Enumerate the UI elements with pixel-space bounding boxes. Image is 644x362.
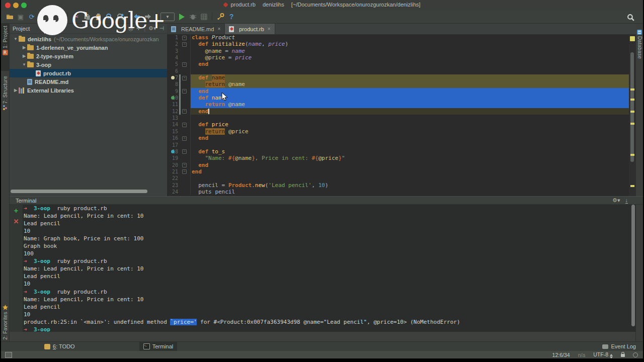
chevron-right-icon[interactable]: ▶ bbox=[21, 45, 27, 50]
panel-settings-gear-icon[interactable]: ⚙▾ bbox=[148, 25, 156, 32]
editor-line-8[interactable]: 8 return @name bbox=[167, 81, 636, 87]
tree-item-product-rb[interactable]: product.rb bbox=[10, 69, 167, 77]
fold-icon[interactable]: − bbox=[182, 149, 187, 154]
copy-icon[interactable] bbox=[82, 12, 92, 22]
gutter-line-22[interactable]: 22 bbox=[167, 175, 191, 182]
vcs-branch[interactable]: n/a bbox=[578, 352, 586, 358]
debug-icon[interactable] bbox=[188, 12, 198, 22]
editor-line-21[interactable]: 21−end bbox=[167, 168, 636, 175]
fold-icon[interactable]: − bbox=[182, 89, 187, 94]
gutter-line-21[interactable]: 21− bbox=[167, 168, 191, 175]
gutter-line-16[interactable]: 16− bbox=[167, 135, 191, 141]
code-area[interactable]: 1−class Product2− def initialize(name, p… bbox=[167, 34, 636, 195]
error-stripe[interactable] bbox=[629, 34, 636, 196]
gutter-line-5[interactable]: 5− bbox=[167, 61, 191, 67]
chevron-down-icon[interactable]: ▼ bbox=[13, 37, 19, 41]
navigate-back-icon[interactable] bbox=[132, 12, 142, 22]
editor-line-7[interactable]: 7− def name bbox=[167, 74, 636, 81]
warning-stripe-mark[interactable] bbox=[630, 154, 634, 156]
help-icon[interactable]: ? bbox=[226, 12, 236, 22]
fold-icon[interactable]: − bbox=[182, 36, 187, 40]
editor-line-15[interactable]: 15 return @price bbox=[167, 128, 636, 135]
locate-file-icon[interactable]: ◎ bbox=[128, 25, 133, 32]
save-all-icon[interactable]: ▣ bbox=[16, 12, 26, 22]
tool-button-database[interactable]: Database bbox=[635, 28, 643, 82]
gutter-line-1[interactable]: 1− bbox=[167, 34, 191, 41]
gutter-line-14[interactable]: 14− bbox=[167, 121, 191, 128]
editor-line-16[interactable]: 16− end bbox=[167, 135, 636, 141]
tree-item-readme-md[interactable]: README.md bbox=[10, 77, 167, 86]
editor-line-10[interactable]: 10 def name bbox=[167, 95, 636, 101]
redo-icon[interactable]: ↷ bbox=[54, 12, 64, 22]
tool-button-terminal[interactable]: Terminal bbox=[139, 342, 178, 351]
fold-icon[interactable]: − bbox=[182, 109, 187, 114]
gutter-line-24[interactable]: 24 bbox=[167, 189, 191, 195]
fold-icon[interactable]: − bbox=[182, 123, 187, 127]
editor-line-18[interactable]: 18− def to_s bbox=[167, 148, 636, 155]
gutter-line-18[interactable]: 18− bbox=[167, 148, 191, 155]
editor-line-4[interactable]: 4 @price = price bbox=[167, 54, 636, 61]
gutter-line-8[interactable]: 8 bbox=[167, 81, 191, 87]
settings-wrench-icon[interactable] bbox=[215, 12, 225, 22]
chevron-right-icon[interactable]: ▶ bbox=[13, 88, 19, 93]
editor-line-19[interactable]: 19 "Name: #{@name}, Price in cent: #{@pr… bbox=[167, 155, 636, 161]
tree-item-external-libraries[interactable]: ▶External Libraries bbox=[10, 86, 167, 95]
cut-icon[interactable]: ✂ bbox=[71, 12, 81, 22]
collapse-all-icon[interactable]: ✛ bbox=[136, 25, 141, 32]
gutter-marker-icon[interactable] bbox=[171, 76, 175, 79]
search-everywhere-icon[interactable] bbox=[625, 12, 635, 22]
chevron-down-icon[interactable]: ▼ bbox=[21, 62, 27, 67]
hide-terminal-icon[interactable]: ↓ bbox=[625, 197, 628, 204]
gutter-line-20[interactable]: 20− bbox=[167, 162, 191, 168]
editor-line-23[interactable]: 23 pencil = Product.new('Lead pencil', 1… bbox=[167, 182, 636, 189]
navigate-forward-icon[interactable] bbox=[143, 12, 153, 22]
warning-stripe-mark[interactable] bbox=[630, 111, 634, 113]
run-configuration-dropdown[interactable]: ▼ bbox=[160, 13, 175, 21]
fold-icon[interactable]: − bbox=[182, 42, 187, 47]
terminal-settings-gear-icon[interactable]: ⚙▾ bbox=[612, 197, 620, 204]
gutter-line-7[interactable]: 7− bbox=[167, 74, 191, 81]
warning-stripe-mark[interactable] bbox=[630, 88, 634, 90]
warning-stripe-mark[interactable] bbox=[630, 123, 634, 125]
close-tab-icon[interactable]: × bbox=[268, 26, 271, 32]
editor-line-3[interactable]: 3 @name = name bbox=[167, 48, 636, 54]
tree-item-denizlihs[interactable]: ▼denizlihs (~/Documents/Workspace/onuroz… bbox=[10, 35, 167, 43]
gutter-line-2[interactable]: 2− bbox=[167, 41, 191, 47]
editor-line-17[interactable]: 17 bbox=[167, 142, 636, 148]
gutter-marker-icon[interactable] bbox=[171, 150, 175, 153]
editor-line-5[interactable]: 5− end bbox=[167, 61, 636, 67]
terminal-scrollbar[interactable] bbox=[631, 205, 635, 326]
new-session-icon[interactable]: + bbox=[14, 208, 19, 214]
gutter-line-6[interactable]: 6 bbox=[167, 68, 191, 74]
gutter-line-19[interactable]: 19 bbox=[167, 155, 191, 161]
tab-product-rb[interactable]: product.rb× bbox=[225, 24, 275, 34]
tab-readme-md[interactable]: README.md× bbox=[167, 24, 225, 34]
editor-line-11[interactable]: 11 return @name bbox=[167, 101, 636, 108]
warning-stripe-mark[interactable] bbox=[630, 99, 634, 101]
tool-button-favorites[interactable]: 2: Favorites bbox=[1, 292, 9, 342]
event-log-button[interactable]: Event Log bbox=[602, 343, 636, 349]
hector-inspection-icon[interactable] bbox=[633, 352, 638, 357]
toolwindow-switcher-icon[interactable] bbox=[5, 352, 12, 358]
warning-stripe-mark[interactable] bbox=[630, 185, 634, 187]
fold-icon[interactable]: − bbox=[182, 62, 187, 67]
editor-line-24[interactable]: 24 puts pencil bbox=[167, 189, 636, 195]
editor-line-13[interactable]: 13 bbox=[167, 115, 636, 121]
tree-item-3-oop[interactable]: ▼3-oop bbox=[10, 60, 167, 69]
project-horizontal-scrollbar[interactable] bbox=[11, 190, 147, 193]
tool-button-todo[interactable]: 6: TODO bbox=[40, 342, 79, 351]
synchronize-icon[interactable]: ⟳ bbox=[27, 12, 37, 22]
fold-icon[interactable]: − bbox=[182, 169, 187, 174]
encoding-selector[interactable]: UTF-8 bbox=[593, 351, 613, 358]
undo-icon[interactable]: ↶ bbox=[43, 12, 53, 22]
editor-line-6[interactable]: 6 bbox=[167, 68, 636, 74]
gutter-line-15[interactable]: 15 bbox=[167, 128, 191, 135]
find-icon[interactable] bbox=[104, 12, 114, 22]
tool-button-structure[interactable]: 7: Structure bbox=[1, 74, 9, 124]
gutter-line-10[interactable]: 10 bbox=[167, 95, 191, 101]
gutter-line-12[interactable]: 12− bbox=[167, 108, 191, 115]
gutter-line-13[interactable]: 13 bbox=[167, 115, 191, 121]
gutter-line-4[interactable]: 4 bbox=[167, 54, 191, 61]
run-with-coverage-icon[interactable] bbox=[199, 12, 209, 22]
gutter-line-3[interactable]: 3 bbox=[167, 48, 191, 54]
